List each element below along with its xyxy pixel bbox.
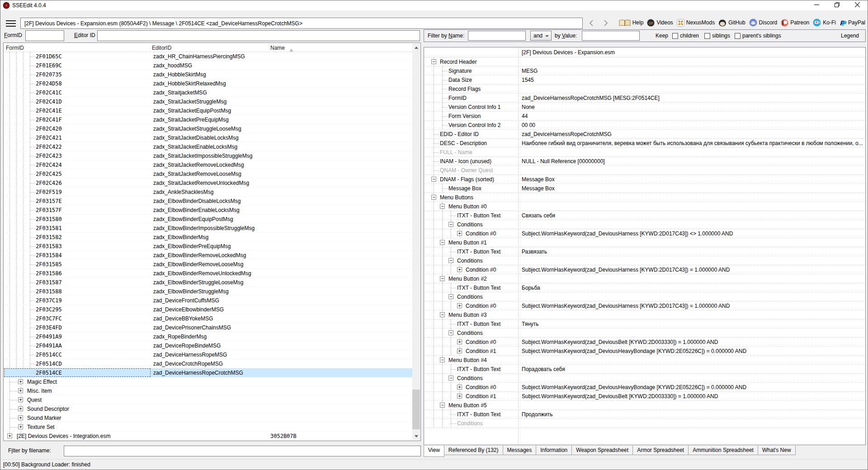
detail-row[interactable]: ITXT - Button TextТянуть [424,320,865,329]
expand-plus-icon[interactable]: + [18,397,23,402]
expand-plus-icon[interactable]: + [18,406,23,411]
filename-filter-input[interactable] [64,446,421,456]
detail-row[interactable]: ITXT - Button TextБорьба [424,283,865,292]
collapse-minus-icon[interactable]: − [448,294,453,299]
toolbar-link-paypal[interactable]: PPPayPal [840,19,865,27]
table-row[interactable]: 2F02C41Dzadx_StraitJacketStruggleMsg [4,97,412,106]
table-row[interactable]: 2F02C424zadx_StraitJacketRemoveLockedMsg [4,160,412,169]
close-button[interactable] [847,0,868,10]
category-row[interactable]: +Misc. Item [4,386,412,395]
hamburger-menu-icon[interactable] [6,20,16,27]
detail-row[interactable]: −Menu Buttons [424,193,865,202]
detail-row[interactable]: +Condition #0Subject.WornHasKeyword(zad_… [424,229,865,238]
detail-row[interactable]: DESC - DescriptionНаиболее гибкий вид ог… [424,139,865,148]
expand-plus-icon[interactable]: + [18,424,23,429]
table-row[interactable]: 2F031581zadx_ElbowBinderImpossibleStrugg… [4,224,412,233]
minimize-button[interactable] [807,0,827,10]
column-header-editorid[interactable]: EditorID [152,45,171,51]
plugin-row[interactable]: +[2E] Devious Devices - Integration.esm3… [4,432,412,440]
table-row[interactable]: 2F03C7FCzad_DeviceBBYokeMSG [4,314,412,323]
nav-back-button[interactable] [586,19,596,28]
detail-row[interactable]: +Condition #0Subject.WornHasKeyword(zad_… [424,301,865,310]
detail-row[interactable]: INAM - Icon (unused)NULL - Null Referenc… [424,157,865,166]
table-row[interactable]: 2F031588zadx_ElbowBinderStruggleMsg [4,287,412,296]
scrollbar-up-icon[interactable] [412,43,420,51]
detail-row[interactable]: −Menu Button #2 [424,274,865,283]
tab-information[interactable]: Information [536,446,572,455]
filter-operator-select[interactable]: and [530,31,552,41]
category-row[interactable]: +Sound Marker [4,414,412,423]
detail-row[interactable]: Data Size1545 [424,75,865,85]
collapse-minus-icon[interactable]: − [440,276,445,281]
table-row[interactable]: 2F02C421zadx_StraitJacketDisableLocksMsg [4,133,412,142]
table-row[interactable]: 2F0514CDzad_DeviceCrotchRopeMSG [4,359,412,368]
table-row[interactable]: 2F02C420zadx_StraitJacketStruggleLooseMs… [4,124,412,133]
detail-row[interactable]: +Condition #0Subject.WornHasKeyword(zad_… [424,383,865,392]
column-header-formid[interactable]: FormID [6,45,24,51]
table-row[interactable]: 2F02C426zadx_StraitJacketRemoveUnlockedM… [4,179,412,188]
nav-forward-button[interactable] [601,19,611,28]
collapse-minus-icon[interactable]: − [431,177,436,182]
detail-row[interactable]: FormIDzad_DeviceHarnessRopeCrotchMSG [ME… [424,94,865,103]
scrollbar-thumb[interactable] [412,390,420,429]
toolbar-link-nexusmods[interactable]: NexusMods [677,19,715,27]
detail-row[interactable]: −Record Header [424,57,865,66]
table-row[interactable]: 2F03C295zad_DeviceElbowbinderMSG [4,305,412,314]
tab-what-s-new[interactable]: What's New [758,446,796,455]
table-row[interactable]: 2F031582zadx_ElbowBinderMsg [4,233,412,242]
detail-row[interactable]: +Condition #0Subject.WornHasKeyword(zad_… [424,338,865,347]
expand-plus-icon[interactable]: + [457,303,462,308]
detail-row[interactable]: −Conditions [424,329,865,338]
legend-button[interactable]: Legend [841,33,859,39]
editorid-input[interactable] [97,30,420,41]
collapse-minus-icon[interactable]: − [440,403,445,408]
detail-row[interactable]: −Conditions [424,220,865,229]
table-row[interactable]: 2F037C19zad_DeviceFrontCuffsMSG [4,296,412,305]
toolbar-link-kofi[interactable]: Ko-Fi [813,19,836,27]
expand-plus-icon[interactable]: + [18,415,23,420]
table-row[interactable]: 2F02C41Fzadx_StraitJacketPreEquipMsg [4,115,412,124]
tab-ammunition-spreadsheet[interactable]: Ammunition Spreadsheet [688,446,758,455]
table-row[interactable]: 2F02C41Ezadx_StraitJacketEquipPostMsg [4,106,412,115]
detail-row[interactable]: −Conditions [424,292,865,301]
detail-row[interactable]: Record Flags [424,85,865,94]
toolbar-link-videos[interactable]: GPVideos [647,19,673,27]
detail-row[interactable]: Version Control Info 1None [424,103,865,112]
detail-plugin-column-header[interactable]: [2F] Devious Devices - Expansion.esm [522,49,615,56]
filter-by-value-input[interactable] [582,31,640,41]
collapse-minus-icon[interactable]: − [440,312,445,317]
category-row[interactable]: +Quest [4,395,412,404]
table-row-selected[interactable]: 2F0514CEzad_DeviceHarnessRopeCrotchMSG [4,368,412,377]
expand-plus-icon[interactable]: + [7,433,12,438]
detail-row[interactable]: Conditions [424,419,865,428]
detail-row[interactable]: −Menu Button #0 [424,202,865,211]
detail-row[interactable]: −Menu Button #1 [424,238,865,247]
expand-plus-icon[interactable]: + [18,388,23,393]
table-row[interactable]: 2F02C422zadx_StraitJacketEnableLocksMsg [4,142,412,151]
detail-row[interactable]: −DNAM - Flags (sorted)Message Box [424,175,865,184]
maximize-button[interactable] [827,0,847,10]
expand-plus-icon[interactable]: + [457,339,462,344]
tab-referenced-by-132[interactable]: Referenced By (132) [444,446,503,455]
breadcrumb[interactable]: [2F] Devious Devices - Expansion.esm (80… [20,18,583,29]
expand-plus-icon[interactable]: + [457,267,462,272]
detail-row[interactable]: FULL - Name [424,148,865,157]
table-row[interactable]: 2F031580zadx_ElbowBinderEquipPostMsg [4,215,412,224]
expand-plus-icon[interactable]: + [457,231,462,236]
keep-children-checkbox[interactable]: children [672,33,699,39]
detail-row[interactable]: ITXT - Button TextПорадовать себя [424,365,865,374]
table-row[interactable]: 2F0491A9zadx_RopeBinderMsg [4,332,412,341]
detail-row[interactable]: −Menu Button #3 [424,310,865,320]
category-row[interactable]: +Sound Descriptor [4,404,412,414]
collapse-minus-icon[interactable]: − [448,330,453,335]
column-header-name[interactable]: Name [270,45,285,51]
table-row[interactable]: 2F031584zadx_ElbowBinderRemoveLockedMsg [4,251,412,260]
detail-row[interactable]: Message BoxMessage Box [424,184,865,193]
table-row[interactable]: 2F031585zadx_ElbowBinderRemoveLooseMsg [4,260,412,269]
expand-plus-icon[interactable]: + [18,379,23,384]
keep-siblings-checkbox[interactable]: siblings [704,33,730,39]
collapse-minus-icon[interactable]: − [440,240,445,245]
table-row[interactable]: 2F024D58zadx_HobbleSkirtRelaxedMsg [4,79,412,88]
detail-row[interactable]: Form Version44 [424,112,865,121]
detail-row[interactable]: ITXT - Button TextПродолжить [424,410,865,419]
